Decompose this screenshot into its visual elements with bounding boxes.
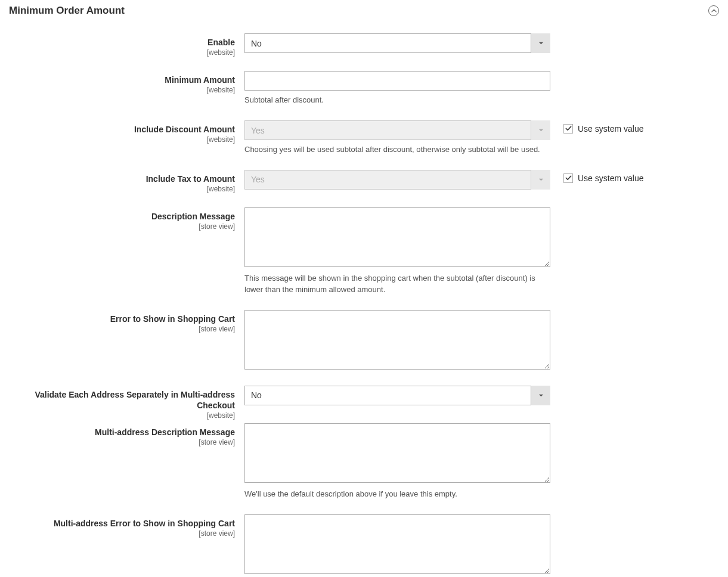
- field-include-discount: Include Discount Amount [website] Yes Ch…: [9, 120, 719, 156]
- field-scope: [website]: [9, 185, 235, 193]
- field-scope: [website]: [9, 86, 235, 94]
- field-label: Multi-address Error to Show in Shopping …: [9, 518, 235, 529]
- field-label-col: Minimum Amount [website]: [9, 71, 244, 94]
- section-header: Minimum Order Amount: [9, 0, 719, 33]
- checkmark-icon: [565, 124, 572, 134]
- field-label-col: Error to Show in Shopping Cart [store vi…: [9, 310, 244, 333]
- field-description-message: Description Message [store view] This me…: [9, 207, 719, 296]
- field-label-col: Validate Each Address Separately in Mult…: [9, 386, 244, 420]
- field-help: Choosing yes will be used subtotal after…: [244, 144, 550, 156]
- field-scope: [store view]: [9, 438, 235, 446]
- field-scope: [website]: [9, 135, 235, 144]
- field-control: Yes: [244, 170, 550, 190]
- description-message-textarea[interactable]: [244, 207, 550, 267]
- validate-multi-select[interactable]: No: [244, 386, 550, 405]
- field-control: We'll use the default description above …: [244, 423, 550, 500]
- field-label-col: Multi-address Description Message [store…: [9, 423, 244, 446]
- field-label: Minimum Amount: [9, 75, 235, 85]
- collapse-toggle[interactable]: [708, 5, 719, 16]
- checkmark-icon: [565, 173, 572, 183]
- field-scope: [website]: [9, 48, 235, 57]
- enable-select-wrapper: No: [244, 33, 550, 53]
- validate-multi-select-wrapper: No: [244, 386, 550, 405]
- field-label-col: Include Discount Amount [website]: [9, 120, 244, 144]
- field-help: This message will be shown in the shoppi…: [244, 273, 550, 296]
- field-multi-desc: Multi-address Description Message [store…: [9, 423, 719, 500]
- field-control: [244, 310, 550, 371]
- enable-select[interactable]: No: [244, 33, 550, 53]
- use-system-value-label[interactable]: Use system value: [578, 124, 643, 134]
- field-label: Enable: [9, 37, 235, 48]
- field-label-col: Multi-address Error to Show in Shopping …: [9, 514, 244, 538]
- field-minimum-amount: Minimum Amount [website] Subtotal after …: [9, 71, 719, 106]
- field-label-col: Enable [website]: [9, 33, 244, 57]
- field-validate-multi: Validate Each Address Separately in Mult…: [9, 386, 719, 420]
- field-scope: [store view]: [9, 325, 235, 333]
- field-label: Include Tax to Amount: [9, 173, 235, 184]
- field-error-cart: Error to Show in Shopping Cart [store vi…: [9, 310, 719, 371]
- field-scope: [store view]: [9, 529, 235, 538]
- use-system-value-col: Use system value: [550, 120, 643, 134]
- chevron-up-icon: [711, 6, 717, 15]
- field-label-col: Description Message [store view]: [9, 207, 244, 231]
- error-cart-textarea[interactable]: [244, 310, 550, 370]
- field-label: Multi-address Description Message: [9, 427, 235, 438]
- include-tax-select-wrapper: Yes: [244, 170, 550, 190]
- field-label: Description Message: [9, 211, 235, 222]
- field-label: Error to Show in Shopping Cart: [9, 314, 235, 324]
- field-enable: Enable [website] No: [9, 33, 719, 57]
- field-include-tax: Include Tax to Amount [website] Yes Use …: [9, 170, 719, 193]
- field-multi-error: Multi-address Error to Show in Shopping …: [9, 514, 719, 577]
- field-control: Yes Choosing yes will be used subtotal a…: [244, 120, 550, 156]
- field-control: Subtotal after discount.: [244, 71, 550, 106]
- field-control: No: [244, 386, 550, 405]
- field-label: Validate Each Address Separately in Mult…: [9, 389, 235, 411]
- field-control: This message will be shown in the shoppi…: [244, 207, 550, 296]
- field-label: Include Discount Amount: [9, 124, 235, 135]
- field-help: Subtotal after discount.: [244, 95, 550, 106]
- use-system-value-label[interactable]: Use system value: [578, 173, 643, 183]
- use-system-value-checkbox[interactable]: [563, 124, 573, 134]
- field-help: We'll use the default description above …: [244, 489, 550, 500]
- field-scope: [website]: [9, 411, 235, 420]
- field-scope: [store view]: [9, 222, 235, 231]
- include-discount-select: Yes: [244, 120, 550, 140]
- include-tax-select: Yes: [244, 170, 550, 190]
- minimum-amount-input[interactable]: [244, 71, 550, 91]
- field-label-col: Include Tax to Amount [website]: [9, 170, 244, 193]
- field-control: We'll use the default error above if you…: [244, 514, 550, 577]
- section-title: Minimum Order Amount: [9, 5, 125, 17]
- use-system-value-col: Use system value: [550, 170, 643, 183]
- use-system-value-checkbox[interactable]: [563, 173, 573, 183]
- field-control: No: [244, 33, 550, 53]
- multi-error-textarea[interactable]: [244, 514, 550, 574]
- include-discount-select-wrapper: Yes: [244, 120, 550, 140]
- multi-desc-textarea[interactable]: [244, 423, 550, 483]
